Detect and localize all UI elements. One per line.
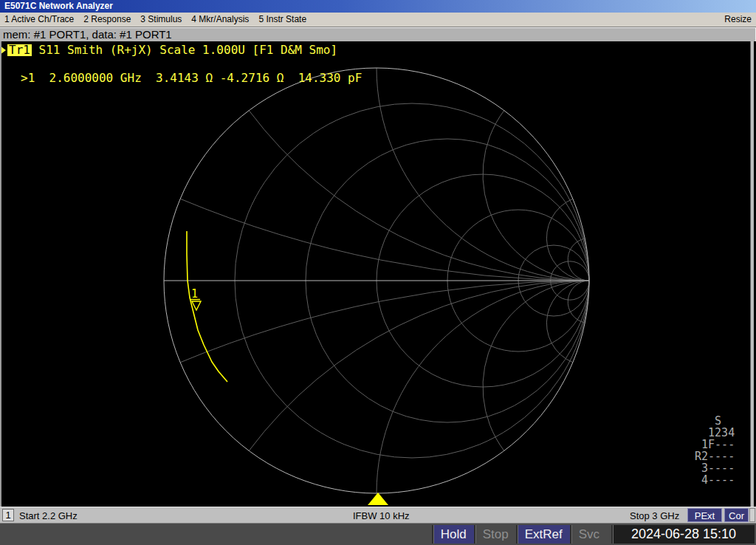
instrument-state-stop: Stop: [474, 525, 516, 544]
graticule-area: 1 Tr1 S11 Smith (R+jX) Scale 1.000U [F1 …: [0, 41, 756, 507]
channel-trace-status: S 1234 1F--- R2---- 3---- 4----: [695, 415, 735, 486]
sweep-start-label: Start 2.2 GHz: [19, 510, 78, 521]
memory-trace-text: mem: #1 PORT1, data: #1 PORT1: [0, 28, 172, 41]
memory-trace-bar: mem: #1 PORT1, data: #1 PORT1: [0, 27, 756, 41]
stimulus-position-icon: [368, 493, 388, 505]
empty-indicator-box: [749, 508, 755, 522]
marker-readout: >1 2.6000000 GHz 3.4143 Ω -4.2716 Ω 14.3…: [21, 71, 362, 85]
datetime-display: 2024-06-28 15:10: [611, 525, 755, 544]
display-left-border: [0, 41, 1, 507]
trace-header: Tr1 S11 Smith (R+jX) Scale 1.000U [F1 D&…: [0, 44, 337, 56]
instrument-screen: E5071C Network Analyzer 1 Active Ch/Trac…: [0, 0, 756, 545]
menu-item-3[interactable]: 3 Stimulus: [140, 13, 182, 27]
menu-item-resize[interactable]: Resize: [724, 13, 752, 27]
menu-item-2[interactable]: 2 Response: [83, 13, 131, 27]
menu-item-5[interactable]: 5 Instr State: [258, 13, 306, 27]
ifbw-label: IFBW 10 kHz: [353, 510, 410, 521]
window-titlebar[interactable]: E5071C Network Analyzer: [0, 0, 756, 13]
menu-item-1[interactable]: 1 Active Ch/Trace: [4, 13, 74, 27]
marker-1-label: 1: [191, 287, 198, 301]
s11-trace: [187, 231, 227, 382]
display-right-border: [750, 41, 754, 507]
instrument-state-svc: Svc: [570, 525, 607, 544]
instrument-state-hold: Hold: [432, 525, 474, 544]
menu-item-4[interactable]: 4 Mkr/Analysis: [191, 13, 249, 27]
instrument-state-extref: ExtRef: [516, 525, 570, 544]
channel-number-box: 1: [2, 509, 14, 521]
smith-grid-line: [483, 281, 589, 450]
smith-grid-line: [483, 111, 589, 281]
instrument-status-items: HoldStopExtRefSvc: [432, 525, 607, 544]
marker-1-icon: [192, 301, 201, 310]
instrument-status-bar: HoldStopExtRefSvc 2024-06-28 15:10: [0, 523, 756, 545]
window-title: E5071C Network Analyzer: [0, 1, 113, 11]
menu-bar: 1 Active Ch/Trace2 Response3 Stimulus4 M…: [0, 13, 756, 27]
cor-indicator: Cor: [724, 508, 749, 522]
sweep-stop-label: Stop 3 GHz: [630, 510, 679, 521]
smith-chart: 1: [0, 41, 756, 507]
pext-indicator: PExt: [687, 508, 722, 522]
trace-name-chip[interactable]: Tr1: [7, 44, 32, 56]
menu-items: 1 Active Ch/Trace2 Response3 Stimulus4 M…: [0, 13, 316, 27]
trace-format-text: S11 Smith (R+jX) Scale 1.000U [F1 D&M Sm…: [32, 43, 337, 57]
status-bar: 1 Start 2.2 GHz IFBW 10 kHz Stop 3 GHz P…: [0, 507, 756, 523]
